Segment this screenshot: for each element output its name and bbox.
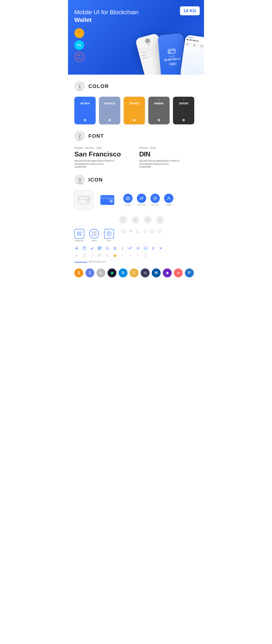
svg-marker-17 [127, 197, 129, 200]
svg-marker-60 [114, 247, 116, 250]
svg-point-20 [168, 197, 170, 198]
ps-badge: Ps [74, 40, 84, 50]
svg-rect-56 [101, 248, 101, 249]
svg-line-59 [108, 249, 109, 250]
svg-rect-37 [122, 230, 125, 232]
icon-section-header: 3 THREE ICON [74, 174, 198, 185]
svg-rect-52 [100, 247, 101, 248]
message-icon [150, 229, 155, 234]
color-swatch-666666: # 666666 [148, 97, 170, 124]
check-icon-gray [90, 253, 94, 258]
hero-title-text: Mobile UI for Blockchain [74, 9, 138, 16]
section-number-2: 2 TWO [74, 131, 85, 141]
svg-rect-26 [80, 232, 81, 233]
crypto-icon-band: ∞ [174, 268, 183, 277]
color-swatch-8da0c8: # 8DA0C8 [99, 97, 120, 124]
svg-rect-71 [100, 254, 101, 255]
misc-icons-row [121, 229, 162, 234]
color-swatches: # 3574FA # 8DA0C8 # F5A623 # 666666 # 30… [74, 97, 198, 124]
color-swatch-3574fa: # 3574FA [74, 97, 96, 124]
crypto-icon-litecoin: Ł [96, 268, 106, 277]
search-icon [105, 246, 110, 250]
hero-title: Mobile UI for Blockchain Wallet [74, 8, 142, 24]
svg-rect-50 [98, 247, 99, 248]
exchange-icon-item: Exchange [137, 194, 146, 206]
management-icon-item: Mangment [74, 229, 84, 242]
bottom-nav-icons: Mangment History Order [74, 229, 198, 242]
add-icon [74, 246, 79, 250]
search-icon-gray [105, 253, 110, 258]
add-icon-gray [74, 253, 79, 258]
hero-section: Mobile UI for Blockchain Wallet UI Kit P… [68, 0, 204, 74]
discover-icon-item: Discover [150, 194, 160, 206]
util-icons-row-gray [74, 253, 198, 258]
info-icon-gray [143, 253, 148, 258]
check-icon [90, 246, 94, 250]
svg-point-23 [147, 219, 148, 220]
font-block-0: Regular · Medium · Bold San Francisco AB… [74, 146, 133, 168]
moon-icon [136, 229, 140, 234]
font-title: FONT [88, 133, 104, 139]
crypto-icon-ethereum: Ξ [86, 268, 94, 277]
crypto-icon-bitcoin: ₿ [74, 268, 83, 277]
svg-rect-5 [86, 200, 89, 202]
crypto-icons: ₿ΞŁ◆DZ◎W◈∞P [74, 268, 198, 277]
profile-outline-icon [156, 216, 164, 224]
exchange-outline-icon [131, 216, 140, 224]
icon-main-row: Assets Exchange Discover [74, 190, 198, 209]
section-number-3: 3 THREE [74, 174, 85, 185]
wallet-colored-icon [98, 190, 117, 209]
svg-point-19 [154, 198, 156, 199]
icon-section: 3 THREE ICON [74, 174, 198, 277]
svg-point-28 [80, 234, 81, 236]
back-icon-gray [120, 253, 125, 258]
svg-rect-2 [169, 52, 170, 53]
svg-rect-1 [168, 50, 175, 52]
phone-mockups: Profile AI Management Message Mail Cards… [136, 34, 204, 74]
screens-badge: 60+Screens [74, 52, 84, 62]
assets-outline-icon [119, 216, 127, 224]
info-icon [157, 229, 162, 234]
svg-rect-33 [107, 232, 111, 236]
crypto-icon-dash: D [118, 268, 128, 277]
clipboard-icon [82, 246, 87, 250]
font-block-1: Medium · Bold DIN ABCDEFGHIJKLMNOPQRSTUV… [139, 146, 198, 168]
assets-icon-item: Assets [123, 194, 132, 206]
svg-point-38 [144, 230, 146, 233]
share-icon [128, 246, 132, 250]
discover-outline-icon [144, 216, 152, 224]
color-swatch-303030: # 303030 [173, 97, 194, 124]
order-icon-item: Order [104, 229, 114, 242]
crypto-icon-generic: ◎ [141, 268, 150, 277]
svg-rect-70 [98, 254, 100, 255]
wallet-wireframe-icon [74, 190, 94, 209]
svg-rect-72 [98, 256, 100, 257]
font-section-header: 2 TWO FONT [74, 131, 198, 141]
forward-icon-gray [128, 253, 132, 258]
settings-icon [136, 246, 140, 250]
qr-icon-gray [97, 253, 102, 258]
clipboard-icon-gray [82, 253, 87, 258]
svg-point-61 [138, 248, 138, 249]
nav-labeled-icons: Assets Exchange Discover [123, 194, 174, 206]
svg-line-74 [108, 256, 109, 257]
svg-point-6 [87, 200, 88, 201]
star-icon [112, 246, 117, 250]
crypto-icon-zcash: Z [130, 268, 138, 277]
svg-rect-25 [77, 232, 79, 233]
crypto-icon-waves: W [152, 268, 161, 277]
font-grid: Regular · Medium · Bold San Francisco AB… [74, 146, 198, 168]
color-title: COLOR [88, 83, 109, 89]
transfer-icon [151, 246, 156, 250]
history-icon-item: History [89, 229, 99, 242]
svg-rect-39 [151, 230, 154, 232]
layers-icon [128, 229, 133, 234]
blockchain-label: BlockChain Icon [89, 260, 106, 263]
close-icon [158, 246, 163, 250]
svg-rect-27 [77, 234, 79, 236]
circle-icon [143, 229, 148, 234]
color-swatch-f5a623: # F5A623 [124, 97, 145, 124]
svg-rect-54 [98, 249, 99, 249]
svg-point-24 [160, 218, 161, 220]
qr-icon [97, 246, 102, 250]
